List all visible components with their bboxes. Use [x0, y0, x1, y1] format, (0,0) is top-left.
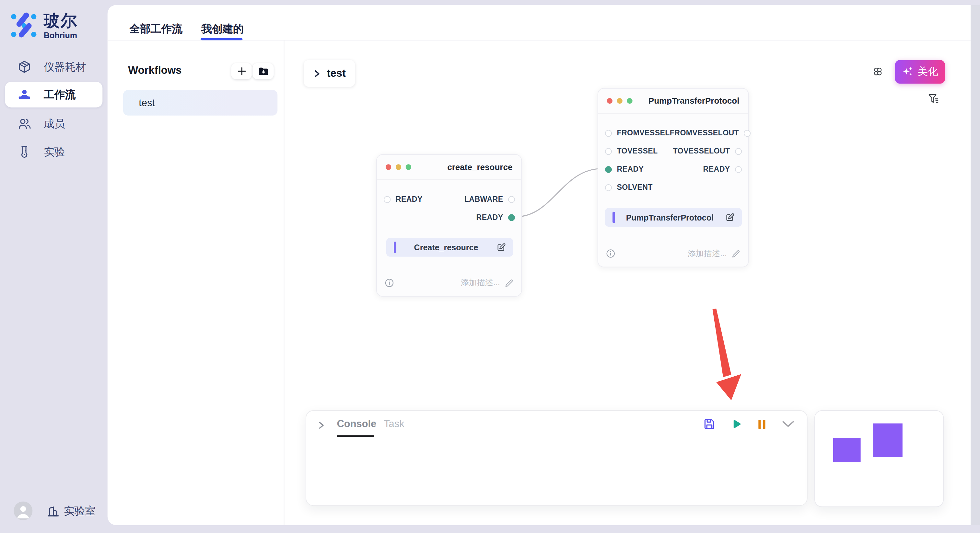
node-footer: 添加描述... [385, 277, 514, 289]
port-circle[interactable] [605, 148, 612, 154]
import-workflow-button[interactable] [253, 63, 274, 79]
building-icon [47, 505, 60, 517]
port-circle[interactable] [735, 166, 742, 173]
port-circle-connected[interactable] [508, 214, 515, 221]
node-title: PumpTransferProtocol [649, 96, 740, 106]
folder-import-icon [258, 65, 269, 77]
sparkles-icon [902, 66, 914, 78]
pencil-icon[interactable] [731, 249, 740, 259]
node-action-button[interactable]: PumpTransferProtocol [605, 208, 742, 227]
input-port-ready[interactable]: READY [384, 195, 423, 204]
sidebar-item-members[interactable]: 成员 [5, 110, 102, 137]
avatar[interactable] [14, 501, 32, 520]
port-label: READY [476, 213, 503, 222]
sidebar-item-experiments[interactable]: 实验 [5, 138, 102, 165]
node-action-label: PumpTransferProtocol [615, 213, 725, 222]
tab-task[interactable]: Task [384, 418, 404, 430]
avatar-person-icon [14, 501, 32, 520]
port-circle[interactable] [508, 196, 515, 203]
save-button[interactable] [703, 418, 716, 430]
brand-text: 玻尔 Bohrium [44, 11, 78, 40]
edit-icon [496, 242, 506, 252]
node-create-resource[interactable]: create_resource READY LABWARE READY [376, 154, 522, 297]
filter-button[interactable] [928, 93, 940, 105]
edge-create-resource-to-pump [516, 169, 602, 217]
add-workflow-button[interactable] [231, 63, 252, 79]
tab-console[interactable]: Console [337, 418, 376, 430]
person-icon [18, 88, 31, 102]
collapse-panel-button[interactable] [781, 420, 795, 428]
workspace-switcher[interactable]: 实验室 [47, 504, 95, 518]
window-dot-red [386, 164, 391, 170]
sidebar-footer: 实验室 [0, 500, 108, 525]
brand-title: 玻尔 [44, 11, 78, 30]
info-icon[interactable] [385, 279, 394, 287]
workflow-list-item-test[interactable]: test [123, 90, 277, 116]
save-icon [703, 418, 716, 430]
port-label: TOVESSEL [617, 147, 657, 155]
experiment-icon [18, 145, 31, 159]
minimap-node-create-resource [833, 438, 861, 462]
input-port-fromvessel[interactable]: FROMVESSEL [605, 128, 670, 137]
port-circle-connected[interactable] [605, 166, 612, 173]
node-pump-transfer-protocol[interactable]: PumpTransferProtocol FROMVESSEL FROMVESS… [598, 88, 749, 267]
input-port-ready-connected[interactable]: READY [605, 165, 644, 174]
sidebar: 玻尔 Bohrium 仪器耗材 工作流 [0, 0, 108, 533]
sidebar-item-label: 仪器耗材 [44, 60, 86, 74]
window-dot-red [607, 98, 612, 104]
console-tab-underline [337, 435, 374, 437]
pencil-icon[interactable] [504, 278, 514, 287]
header-divider [108, 40, 970, 40]
sidebar-item-workflow[interactable]: 工作流 [5, 82, 102, 108]
tab-created-by-me[interactable]: 我创建的 [201, 22, 244, 36]
input-port-tovessel[interactable]: TOVESSEL [605, 147, 658, 155]
port-label: FROMVESSEL [617, 128, 670, 137]
pause-button[interactable] [757, 418, 767, 430]
vertical-scrollbar[interactable] [970, 5, 980, 525]
info-icon[interactable] [606, 249, 615, 258]
node-header: PumpTransferProtocol [598, 89, 748, 114]
tab-all-workflows[interactable]: 全部工作流 [129, 22, 183, 36]
minimap[interactable] [815, 410, 944, 507]
beautify-button[interactable]: 美化 [895, 60, 945, 84]
output-port-tovesselout[interactable]: TOVESSELOUT [673, 147, 742, 155]
node-action-button[interactable]: Create_resource [386, 238, 513, 257]
port-label: LABWARE [465, 195, 503, 204]
components-button[interactable] [872, 66, 883, 77]
window-dot-green [627, 98, 632, 104]
brand-subtitle: Bohrium [44, 30, 78, 40]
chevron-right-icon [312, 68, 321, 78]
output-port-fromvesselout[interactable]: FROMVESSELOUT [670, 128, 751, 137]
app-window: 玻尔 Bohrium 仪器耗材 工作流 [0, 0, 980, 533]
port-label: READY [703, 165, 730, 174]
port-circle[interactable] [384, 196, 390, 203]
breadcrumb[interactable]: test [304, 60, 355, 87]
plus-icon [237, 66, 247, 76]
sidebar-item-label: 成员 [44, 117, 65, 131]
run-button[interactable] [730, 418, 743, 430]
description-placeholder[interactable]: 添加描述... [688, 248, 727, 259]
bohrium-logo-icon [10, 11, 38, 39]
output-port-ready[interactable]: READY [476, 213, 515, 222]
sidebar-item-label: 实验 [44, 144, 65, 159]
port-circle[interactable] [605, 130, 612, 136]
port-circle[interactable] [605, 184, 612, 191]
port-circle[interactable] [744, 130, 751, 136]
members-icon [18, 117, 31, 130]
node-header: create_resource [377, 155, 521, 180]
window-dot-green [406, 164, 411, 170]
output-port-ready[interactable]: READY [703, 165, 742, 174]
accent-bar [612, 212, 615, 223]
expand-console-icon[interactable] [317, 420, 326, 430]
console-panel: Console Task [305, 410, 808, 506]
workflows-panel-title: Workflows [128, 65, 181, 77]
box-icon [18, 60, 31, 73]
window-dot-yellow [396, 164, 401, 170]
output-port-labware[interactable]: LABWARE [465, 195, 515, 204]
description-placeholder[interactable]: 添加描述... [461, 277, 500, 289]
node-footer: 添加描述... [606, 248, 741, 259]
sidebar-item-consumables[interactable]: 仪器耗材 [5, 53, 102, 81]
port-circle[interactable] [735, 148, 742, 154]
input-port-solvent[interactable]: SOLVENT [605, 183, 653, 192]
node-title: create_resource [447, 162, 512, 171]
